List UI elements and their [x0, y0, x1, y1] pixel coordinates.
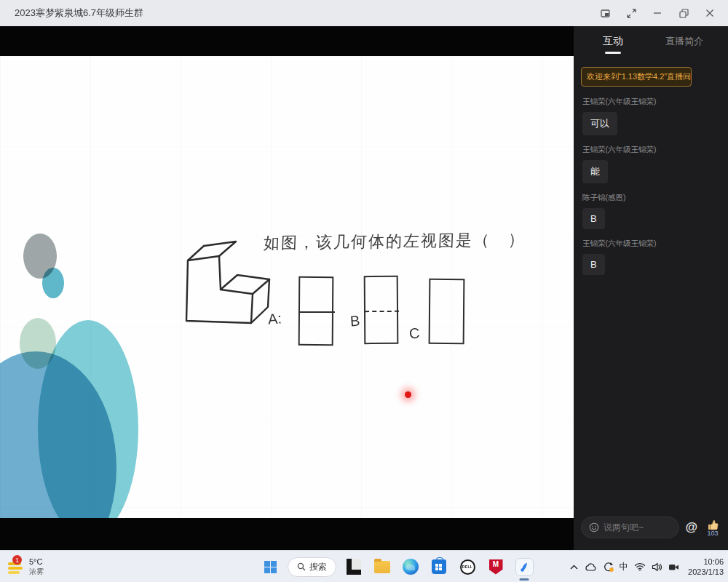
taskbar-app-file-explorer[interactable]	[371, 556, 393, 578]
chat-input-placeholder: 说两句吧~	[604, 522, 644, 534]
like-button[interactable]: 103	[703, 518, 722, 537]
taskbar-app-mcafee[interactable]: M	[485, 556, 507, 578]
solid-figure-sketch	[175, 226, 277, 335]
volume-icon[interactable]	[652, 562, 662, 572]
option-a-divider	[298, 311, 335, 313]
window-title: 2023寒梦紫泉城6.7年级师生群	[15, 7, 143, 20]
taskbar-app-dell[interactable]: DELL	[456, 556, 478, 578]
option-b-label: B	[349, 313, 360, 330]
message-username: 陈子锦(感恩)	[582, 193, 719, 203]
fog-weather-icon: 1	[6, 557, 25, 576]
taskbar-app-dark[interactable]	[343, 556, 365, 578]
tab-live-intro[interactable]: 直播简介	[665, 35, 703, 48]
taskbar: 1 5°C 浓雾 搜索 DELL M	[0, 550, 728, 582]
close-button[interactable]	[699, 4, 721, 23]
wifi-icon[interactable]	[634, 562, 646, 571]
chat-sidebar: 互动 直播简介 欢迎来到“1.13数学4.2”直播间 王锦荣(六年级王锦荣) 可…	[574, 26, 728, 550]
option-b-dashed-divider	[365, 311, 399, 312]
active-tab-underline	[605, 52, 621, 54]
taskbar-clock[interactable]: 10:06 2023/1/13	[688, 557, 724, 578]
deco-circle-teal-small	[42, 268, 64, 298]
ime-indicator[interactable]: 中	[620, 561, 629, 573]
taskbar-app-live-class-active[interactable]	[513, 556, 535, 578]
tab-live-intro-label: 直播简介	[665, 35, 703, 48]
sidebar-tabs: 互动 直播简介	[574, 26, 728, 58]
chat-message: 王锦荣(六年级王锦荣) 能	[582, 145, 719, 183]
question-text: 如图，该几何体的左视图是（ ）	[263, 228, 526, 254]
whiteboard[interactable]: 如图，该几何体的左视图是（ ） A: B C	[0, 56, 574, 518]
laser-pointer-dot	[405, 391, 411, 398]
option-c-figure	[429, 279, 465, 344]
clock-date: 2023/1/13	[688, 567, 724, 577]
message-username: 王锦荣(六年级王锦荣)	[582, 145, 719, 155]
message-bubble: 可以	[582, 112, 617, 135]
option-a-label: A:	[267, 310, 282, 327]
windows-logo-icon	[264, 561, 277, 573]
chat-message: 王锦荣(六年级王锦荣) 可以	[582, 97, 719, 135]
start-button[interactable]	[259, 556, 281, 578]
system-tray: 中 10:06 2023/1/13	[569, 551, 724, 582]
option-a-figure	[298, 276, 334, 346]
message-username: 王锦荣(六年级王锦荣)	[582, 97, 719, 107]
tab-interact-label: 互动	[603, 35, 623, 48]
titlebar: 2023寒梦紫泉城6.7年级师生群	[0, 0, 728, 26]
message-bubble: 能	[582, 160, 608, 183]
tray-overflow-chevron-icon[interactable]	[569, 564, 579, 570]
window-controls	[594, 4, 721, 23]
message-bubble: B	[582, 254, 605, 275]
chat-input[interactable]: 说两句吧~	[581, 517, 679, 538]
weather-temperature: 5°C	[29, 557, 44, 567]
search-label: 搜索	[309, 561, 327, 573]
tab-interact[interactable]: 互动	[603, 35, 623, 54]
dark-app-icon	[347, 559, 361, 575]
message-bubble: B	[582, 208, 605, 229]
live-class-app-icon	[515, 558, 534, 576]
edge-browser-icon	[403, 559, 419, 575]
chat-message: 王锦荣(六年级王锦荣) B	[582, 239, 719, 275]
like-count-badge: 103	[707, 530, 718, 537]
weather-condition: 浓雾	[29, 567, 44, 577]
onedrive-cloud-icon[interactable]	[585, 562, 597, 572]
live-video-stage[interactable]: 如图，该几何体的左视图是（ ） A: B C	[0, 26, 574, 550]
search-icon	[297, 562, 306, 571]
chat-input-row: 说两句吧~ @ 103	[581, 517, 722, 538]
notification-badge: 1	[12, 555, 22, 565]
search-pill[interactable]: 搜索	[288, 557, 336, 577]
maximize-button[interactable]	[673, 4, 695, 23]
mini-mode-icon[interactable]	[594, 4, 616, 23]
option-b-figure	[364, 276, 399, 344]
smiley-icon	[589, 522, 599, 533]
mcafee-shield-icon: M	[489, 559, 503, 575]
camera-device-icon[interactable]	[668, 562, 679, 572]
folder-icon	[374, 561, 390, 573]
taskbar-app-store[interactable]	[428, 556, 450, 578]
dell-icon: DELL	[460, 559, 475, 575]
taskbar-app-edge[interactable]	[400, 556, 422, 578]
welcome-banner: 欢迎来到“1.13数学4.2”直播间	[581, 67, 692, 87]
chat-message: 陈子锦(感恩) B	[582, 193, 719, 229]
microsoft-store-icon	[432, 559, 446, 574]
option-c-label: C	[408, 325, 420, 343]
minimize-button[interactable]	[646, 4, 668, 23]
at-mention-icon[interactable]: @	[685, 520, 697, 535]
sync-update-icon[interactable]	[603, 562, 614, 573]
clock-time: 10:06	[688, 557, 724, 567]
fullscreen-icon[interactable]	[620, 4, 642, 23]
active-app-indicator	[520, 578, 529, 581]
main-area: 如图，该几何体的左视图是（ ） A: B C 互动	[0, 26, 728, 550]
weather-widget[interactable]: 1 5°C 浓雾	[6, 554, 44, 579]
chat-message-list[interactable]: 王锦荣(六年级王锦荣) 可以 王锦荣(六年级王锦荣) 能 陈子锦(感恩) B 王…	[574, 87, 728, 550]
taskbar-center: 搜索 DELL M	[259, 551, 535, 582]
message-username: 王锦荣(六年级王锦荣)	[582, 239, 719, 249]
